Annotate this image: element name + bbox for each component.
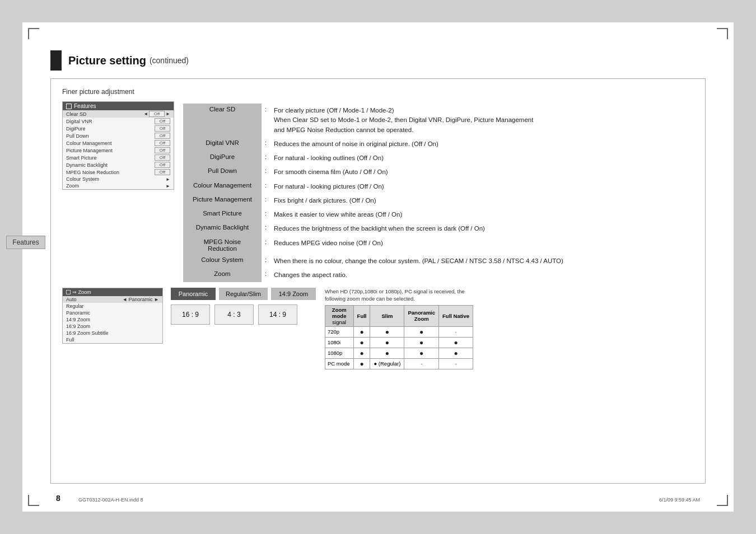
- table-row: Clear SD : For clearly picture (Off / Mo…: [183, 104, 694, 137]
- feature-name-dynamicbacklight: Dynamic Backlight: [183, 222, 262, 236]
- feature-colon: :: [262, 165, 270, 179]
- footer-file: GGT0312-002A-H-EN.indd 8: [78, 497, 143, 503]
- zoom-pcmode-fullnative: -: [439, 358, 473, 369]
- menu-item-digipure[interactable]: DigiPure Off: [63, 125, 174, 132]
- table-row: DigiPure : For natural - looking outline…: [183, 151, 694, 165]
- zoom-menu-item-panoramic[interactable]: Panoramic: [63, 310, 162, 316]
- menu-item-picturemgmt-label: Picture Management: [66, 148, 113, 153]
- table-row: Picture Management : Fixs bright / dark …: [183, 194, 694, 208]
- feature-colon: :: [262, 137, 270, 151]
- zoom-menu-panoramic-label: Panoramic: [66, 310, 90, 316]
- zoom-menu-item-auto[interactable]: Auto ◄ Panoramic ►: [63, 296, 162, 303]
- ratio-btn-43[interactable]: 4 : 3: [214, 305, 254, 325]
- feature-name-digitalvnr: Digital VNR: [183, 137, 262, 151]
- feature-colon: :: [262, 222, 270, 236]
- menu-item-coloursystem-arrow: ►: [166, 177, 170, 182]
- table-row: Smart Picture : Makes it easier to view …: [183, 208, 694, 222]
- feature-desc-mpegreduction: Reduces MPEG video noise (Off / On): [270, 236, 694, 254]
- zoom-menu-header: ⇒ Zoom: [63, 288, 162, 296]
- feature-desc-colourmgmt: For natural - looking pictures (Off / On…: [270, 180, 694, 194]
- zoom-section: ⇒ Zoom Auto ◄ Panoramic ► Regular Panora…: [62, 288, 694, 369]
- zoom-table-header-signal: Zoommodesignal: [325, 305, 353, 326]
- zoom-menu-icon: [66, 290, 71, 294]
- menu-item-dynamicbacklight[interactable]: Dynamic Backlight Off: [63, 161, 174, 168]
- table-row: MPEG NoiseReduction : Reduces MPEG video…: [183, 236, 694, 254]
- feature-colon: :: [262, 180, 270, 194]
- zoom-data-table: Zoommodesignal Full Slim PanoramicZoom F…: [325, 305, 473, 369]
- zoom-signal-720p: 720p: [325, 326, 353, 337]
- table-row: Digital VNR : Reduces the amount of nois…: [183, 137, 694, 151]
- feature-name-picturemgmt: Picture Management: [183, 194, 262, 208]
- zoom-table-header-full: Full: [353, 305, 370, 326]
- feature-colon: :: [262, 151, 270, 165]
- zoom-menu-box: ⇒ Zoom Auto ◄ Panoramic ► Regular Panora…: [62, 288, 163, 344]
- zoom-720p-slim: ●: [370, 326, 404, 337]
- feature-colon: :: [262, 194, 270, 208]
- zoom-table-header-panoramiczoom: PanoramicZoom: [404, 305, 439, 326]
- table-row: 1080p ● ● ● ●: [325, 348, 473, 358]
- menu-item-colourmgmt-label: Colour Management: [66, 140, 112, 146]
- zoom-menu-item-169zoom[interactable]: 16:9 Zoom: [63, 323, 162, 330]
- zoom-menu-auto-label: Auto: [66, 297, 77, 302]
- zoom-720p-panoramiczoom: ●: [404, 326, 439, 337]
- table-row: 1080i ● ● ● ●: [325, 337, 473, 348]
- menu-title: Features: [74, 103, 96, 109]
- menu-item-colourmgmt[interactable]: Colour Management Off: [63, 139, 174, 147]
- ratio-btn-169[interactable]: 16 : 9: [171, 305, 210, 325]
- zoom-menu-item-169subtitle[interactable]: 16:9 Zoom Subtitle: [63, 330, 162, 336]
- feature-desc-smartpicture: Makes it easier to view white areas (Off…: [270, 208, 694, 222]
- menu-item-zoom-arrow: ►: [166, 184, 170, 189]
- feature-name-pulldown: Pull Down: [183, 165, 262, 179]
- footer-date: 6/1/09 9:59:45 AM: [659, 497, 700, 503]
- zoom-1080i-slim: ●: [370, 337, 404, 348]
- corner-mark-bl: [28, 495, 39, 506]
- menu-item-clearsd[interactable]: Clear SD ◄ Off ►: [63, 110, 174, 118]
- ratio-btn-149[interactable]: 14 : 9: [258, 305, 297, 325]
- zoom-btn-149zoom[interactable]: 14:9 Zoom: [271, 288, 316, 300]
- feature-name-zoom: Zoom: [183, 268, 262, 282]
- zoom-controls: Panoramic Regular/Slim 14:9 Zoom 16 : 9 …: [171, 288, 316, 325]
- page-number: 8: [56, 494, 60, 503]
- zoom-menu-item-full[interactable]: Full: [63, 336, 162, 343]
- zoom-signal-1080p: 1080p: [325, 348, 353, 358]
- menu-item-picturemgmt[interactable]: Picture Management Off: [63, 147, 174, 154]
- page: Picture setting (continued) Features Fin…: [22, 22, 734, 512]
- zoom-720p-full: ●: [353, 326, 370, 337]
- zoom-menu-item-regular[interactable]: Regular: [63, 303, 162, 310]
- features-label: Features: [6, 236, 45, 249]
- menu-item-zoom[interactable]: Zoom ►: [63, 182, 174, 189]
- zoom-table-area: When HD (720p,1080i or 1080p), PC signal…: [325, 288, 473, 369]
- header-bar: Picture setting (continued): [50, 50, 706, 71]
- table-row: 720p ● ● ● -: [325, 326, 473, 337]
- zoom-menu-title: ⇒ Zoom: [72, 289, 91, 295]
- zoom-table-header-slim: Slim: [370, 305, 404, 326]
- zoom-btn-panoramic[interactable]: Panoramic: [171, 288, 216, 300]
- zoom-menu-auto-value: ◄ Panoramic ►: [122, 297, 159, 302]
- finer-title: Finer picture adjustment: [62, 88, 694, 96]
- menu-item-smartpicture[interactable]: Smart Picture Off: [63, 154, 174, 161]
- menu-item-coloursystem[interactable]: Colour System ►: [63, 176, 174, 182]
- feature-desc-pulldown: For smooth cinema film (Auto / Off / On): [270, 165, 694, 179]
- zoom-menu-149zoom-label: 14:9 Zoom: [66, 317, 90, 322]
- page-title: Picture setting: [68, 54, 146, 67]
- zoom-1080p-panoramiczoom: ●: [404, 348, 439, 358]
- menu-item-pulldown-label: Pull Down: [66, 133, 89, 139]
- menu-item-mpegreduction[interactable]: MPEG Noise Reduction Off: [63, 168, 174, 176]
- menu-item-digitalvnr[interactable]: Digital VNR Off: [63, 118, 174, 125]
- feature-desc-digipure: For natural - looking outlines (Off / On…: [270, 151, 694, 165]
- table-row: Zoom : Changes the aspect ratio.: [183, 268, 694, 282]
- table-row: PC mode ● ● (Regular) - -: [325, 358, 473, 369]
- zoom-btn-regularslim[interactable]: Regular/Slim: [219, 288, 268, 300]
- zoom-pcmode-panoramiczoom: -: [404, 358, 439, 369]
- menu-item-zoom-label: Zoom: [66, 183, 79, 189]
- menu-item-mpegreduction-label: MPEG Noise Reduction: [66, 170, 119, 175]
- menu-item-pulldown[interactable]: Pull Down Off: [63, 132, 174, 139]
- zoom-menu-169zoom-label: 16:9 Zoom: [66, 324, 90, 329]
- features-menu-box: Features Clear SD ◄ Off ► Digital VNR Of…: [62, 101, 174, 190]
- feature-colon: :: [262, 208, 270, 222]
- zoom-menu-item-149zoom[interactable]: 14:9 Zoom: [63, 316, 162, 323]
- feature-name-colourmgmt: Colour Management: [183, 180, 262, 194]
- table-row: Colour System : When there is no colour,…: [183, 254, 694, 268]
- table-row: Colour Management : For natural - lookin…: [183, 180, 694, 194]
- feature-desc-clearsd: For clearly picture (Off / Mode-1 / Mode…: [270, 104, 694, 137]
